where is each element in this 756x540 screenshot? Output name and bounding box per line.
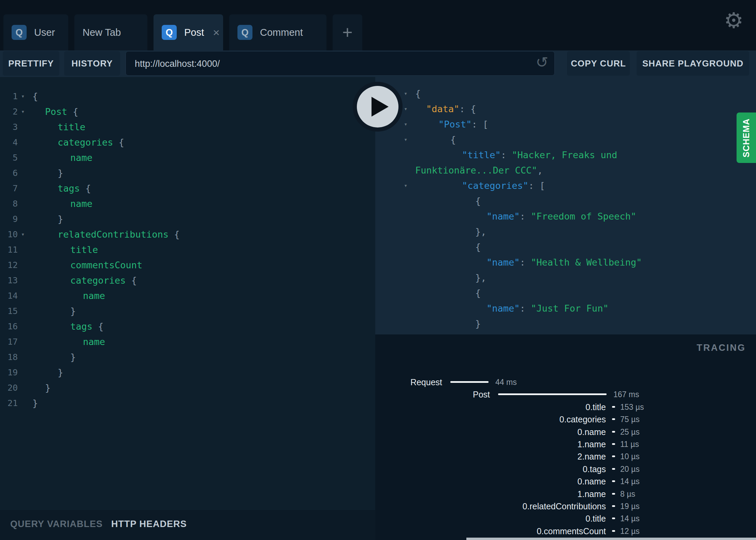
query-code-line[interactable]: 15} bbox=[0, 303, 375, 319]
query-code-line[interactable]: 9} bbox=[0, 211, 375, 227]
response-line: ▾"Post": [ bbox=[375, 117, 756, 132]
query-variables-tab[interactable]: QUERY VARIABLES bbox=[10, 519, 103, 529]
schema-side-tab[interactable]: SCHEMA bbox=[737, 112, 756, 163]
query-code-line[interactable]: 21} bbox=[0, 395, 375, 411]
tracing-row: 0.relatedContributions19 µs bbox=[375, 500, 756, 512]
line-number: 1 bbox=[3, 89, 18, 104]
token-punct: }, bbox=[475, 272, 486, 283]
fold-caret-icon[interactable]: ▾ bbox=[404, 178, 407, 193]
fold-caret-icon[interactable]: ▾ bbox=[404, 86, 407, 101]
trace-label: 0.name bbox=[375, 426, 606, 438]
tab-new-tab[interactable]: New Tab bbox=[74, 14, 147, 50]
code-text: }, bbox=[475, 270, 486, 285]
fold-caret-icon[interactable]: ▾ bbox=[21, 104, 25, 119]
tab-user[interactable]: QUser bbox=[3, 14, 68, 50]
fold-caret-icon[interactable]: ▾ bbox=[21, 89, 25, 104]
reload-icon[interactable]: ↺ bbox=[536, 55, 548, 70]
query-editor[interactable]: 1▾{2▾Post {3title4categories {5name6}7ta… bbox=[0, 77, 375, 510]
query-code-line[interactable]: 17name bbox=[0, 334, 375, 349]
trace-duration-value: 8 µs bbox=[620, 488, 635, 500]
response-line: ] bbox=[375, 331, 756, 334]
tracing-row: 2.name10 µs bbox=[375, 450, 756, 463]
query-code-line[interactable]: 7tags { bbox=[0, 181, 375, 196]
settings-gear-icon[interactable]: ⚙ bbox=[724, 10, 743, 31]
fold-caret-icon[interactable]: ▾ bbox=[21, 227, 25, 242]
fold-caret-icon[interactable]: ▾ bbox=[404, 117, 407, 132]
response-line: ▾{ bbox=[375, 132, 756, 147]
query-code-line[interactable]: 10▾relatedContributions { bbox=[0, 227, 375, 242]
code-text: title bbox=[70, 242, 98, 257]
tab-comment[interactable]: QComment bbox=[229, 14, 326, 50]
response-line: }, bbox=[375, 224, 756, 239]
tracing-row: 0.name25 µs bbox=[375, 426, 756, 438]
endpoint-url-input[interactable] bbox=[134, 51, 524, 76]
query-code-line[interactable]: 12commentsCount bbox=[0, 257, 375, 273]
tracing-row: 1.name11 µs bbox=[375, 438, 756, 450]
token-field: name bbox=[83, 290, 105, 301]
new-tab-button[interactable]: + bbox=[333, 14, 362, 50]
query-code-line[interactable]: 18} bbox=[0, 349, 375, 365]
trace-duration-value: 14 µs bbox=[620, 475, 640, 487]
line-number: 2 bbox=[3, 104, 18, 119]
horizontal-scrollbar[interactable] bbox=[466, 538, 756, 540]
token-punct: : bbox=[501, 150, 512, 160]
query-code-line[interactable]: 6} bbox=[0, 165, 375, 181]
http-headers-tab[interactable]: HTTP HEADERS bbox=[111, 519, 187, 529]
close-tab-icon[interactable]: × bbox=[213, 27, 220, 38]
code-text: categories { bbox=[58, 135, 124, 150]
execute-query-button[interactable] bbox=[353, 82, 403, 132]
trace-duration-bar bbox=[612, 455, 615, 457]
tab-label: User bbox=[34, 27, 55, 38]
token-punct: } bbox=[475, 318, 481, 329]
query-code-line[interactable]: 16tags { bbox=[0, 319, 375, 334]
token-str: "Hacker, Freaks und bbox=[512, 150, 617, 160]
response-line: }, bbox=[375, 270, 756, 285]
query-code-line[interactable]: 2▾Post { bbox=[0, 104, 375, 119]
code-text: commentsCount bbox=[70, 257, 142, 273]
response-line: ▾"data": { bbox=[375, 101, 756, 117]
line-number: 12 bbox=[3, 257, 18, 273]
token-punct: : [ bbox=[472, 119, 489, 130]
token-punct: { bbox=[32, 91, 38, 102]
query-code-line[interactable]: 11title bbox=[0, 242, 375, 257]
history-button[interactable]: HISTORY bbox=[64, 51, 120, 76]
line-number: 15 bbox=[3, 303, 18, 319]
token-punct: } bbox=[70, 352, 76, 362]
query-code-line[interactable]: 20} bbox=[0, 380, 375, 395]
query-code-line[interactable]: 3title bbox=[0, 119, 375, 135]
token-punct: : [ bbox=[528, 180, 545, 191]
query-code-line[interactable]: 14name bbox=[0, 288, 375, 303]
trace-duration-bar bbox=[498, 393, 607, 395]
fold-caret-icon[interactable]: ▾ bbox=[404, 132, 407, 147]
code-text: "categories": [ bbox=[462, 178, 545, 193]
schema-tab-label: SCHEMA bbox=[741, 118, 751, 157]
tracing-row: 0.title14 µs bbox=[375, 512, 756, 525]
tab-post[interactable]: QPost× bbox=[154, 14, 223, 50]
query-code-line[interactable]: 19} bbox=[0, 365, 375, 380]
code-text: "name": "Freedom of Speech" bbox=[486, 209, 636, 224]
line-number: 8 bbox=[3, 196, 18, 211]
token-keyroot: "data" bbox=[426, 104, 460, 114]
response-line: { bbox=[375, 239, 756, 255]
query-code-line[interactable]: 4categories { bbox=[0, 135, 375, 150]
token-str: Funktionäre...Der CCC" bbox=[415, 165, 537, 176]
copy-curl-button[interactable]: COPY CURL bbox=[567, 51, 630, 76]
token-punct: { bbox=[126, 275, 137, 286]
token-field: tags bbox=[58, 183, 80, 194]
prettify-button[interactable]: PRETTIFY bbox=[3, 51, 59, 76]
line-number: 7 bbox=[3, 181, 18, 196]
fold-caret-icon[interactable]: ▾ bbox=[404, 101, 407, 117]
line-number: 11 bbox=[3, 242, 18, 257]
query-code-line[interactable]: 8name bbox=[0, 196, 375, 211]
query-code-line[interactable]: 5name bbox=[0, 150, 375, 165]
token-punct: { bbox=[67, 106, 78, 117]
code-text: } bbox=[70, 303, 76, 319]
trace-duration-value: 44 ms bbox=[495, 376, 517, 388]
query-code-line[interactable]: 13categories { bbox=[0, 273, 375, 288]
code-text: } bbox=[58, 211, 63, 227]
share-playground-button[interactable]: SHARE PLAYGROUND bbox=[637, 51, 749, 76]
line-number: 21 bbox=[3, 395, 18, 411]
code-text: }, bbox=[475, 224, 486, 239]
query-code-line[interactable]: 1▾{ bbox=[0, 89, 375, 104]
tab-label: New Tab bbox=[83, 27, 121, 38]
